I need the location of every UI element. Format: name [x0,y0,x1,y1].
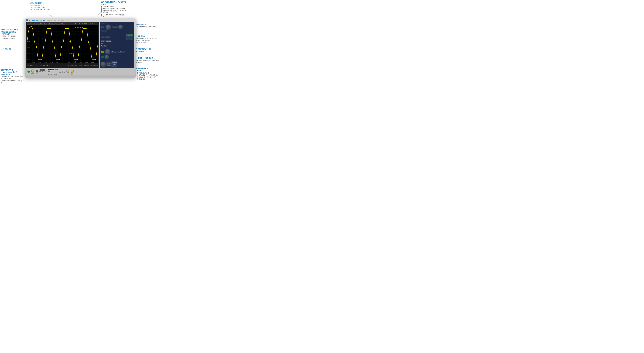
ch2-button[interactable]: Ch 2 [100,56,104,58]
probe-comp-label: Probe Comp. [40,74,45,74]
touch-lock-button[interactable]: Touch Lock [111,51,118,53]
run-status: Run [92,23,94,24]
auto-norm-button[interactable]: Auto Norm [106,40,111,42]
ann-top-center-b3: 用于直观地配置功能的工具条 [30,8,50,10]
quick-meas-button[interactable]: Quick Meas [111,62,118,63]
search-button[interactable]: Search [111,64,118,65]
oscilloscope: ROHDE & SCHWARZ RTB2002 · Digital Oscill… [25,18,136,79]
svg-text:-50 μs: -50 μs [56,62,58,63]
waveform-svg: Vp+: 332.52 mV Vp-: -312.01 mV MeanCyc: … [26,25,98,63]
ann-mso-b3: 易拆卸及安装 [136,78,160,80]
undo-button[interactable]: Undo [27,23,30,24]
print-screen-button[interactable]: Print Screen [118,51,124,53]
trigger-section-title: Trigger [100,32,134,34]
annotation-quick-meas: 快速测量：一键测量结果 在波形上直接显示当前信号的主要测量结果 [136,57,160,64]
load-setup-button[interactable]: Load Setup [37,23,43,24]
svg-text:-200 mV: -200 mV [27,53,30,54]
vertical-pos-knob[interactable] [105,49,110,54]
pattern-gen-section: Pattern Generator P0 P1 P2 P3 Probe Comp… [39,69,46,74]
ch2-bnc[interactable] [71,70,74,73]
page-container: 快速访问重要工具 分析工具的拖放使用 用于访问功能的工具栏 用于直观地配置功能的… [0,0,161,88]
cursor-button[interactable]: Cursor [106,62,110,64]
source-button[interactable]: Source [100,40,105,42]
ch2-port-section: △ Ch2 1 MΩ [71,68,74,75]
ann-quick-meas-b1: 在波形上直接显示当前信号的主要测量结果 [136,59,160,64]
ext-trigger-triangle: △ [62,70,62,72]
logic-pin [54,68,54,70]
ch2-row: Ch 2 [100,55,134,59]
ch1-spec: 1 MΩ [67,74,69,75]
ann-top-right-b4: 12 条水平网格线，可显示更多的信号细节 [101,14,127,18]
d7-label: D7 ... D0 [54,74,57,75]
save-setup-button[interactable]: Save Setup [31,23,37,24]
force-trigger-button[interactable]: Force Trigger [126,38,134,40]
scope-brand: ROHDE & SCHWARZ RTB2002 · Digital Oscill… [26,19,70,21]
fall-time-label: tf: 29.92 μs [69,53,74,54]
vpp-bot-label: Vp-: -312.01 mV [74,60,83,62]
delete-button[interactable]: Delete [62,23,65,24]
memo-button[interactable]: Memo [44,23,48,24]
aft-button[interactable]: AFT [48,23,51,24]
meas-button[interactable]: Meas [106,64,110,66]
acqu-mode-button[interactable]: Acqu Mode [100,30,107,32]
annotation-button[interactable]: Annotation [55,23,61,24]
logic-pin [48,70,49,72]
annotation-right-top: 一键式结果记录 屏幕截图记录或仪器设置记录 [136,23,160,28]
scope-controls: Horizontal Zoom Hist Menu Acqu Mode Trig… [100,22,134,72]
annotation-top-right: 支持手势操作的 10.1" 高分辨率电容触屏 支持缩放手势操作 显示区域比同类示… [101,1,127,18]
single-button[interactable]: Single [126,36,134,38]
run-stop-button[interactable]: Run Stop [126,34,134,36]
ann-startup-title: 10 秒启动时间 [1,48,22,50]
save-button[interactable]: Save [103,45,107,46]
zoom-button[interactable]: Zoom [100,26,104,28]
ch2-triangle: △ [72,68,72,70]
svg-text:0: 0 [62,62,62,63]
ch1-scale-marker: C1 [27,43,28,44]
analysis-row1: Cursor Meas Quick Meas Search FFT [100,62,134,67]
scope-screen: Undo Save Setup Load Setup Memo AFT Demo… [26,22,98,68]
logic-ch-label: Logic Channels [50,72,56,74]
ch2-port-label: Ch2 [71,73,73,74]
scope-toolbar: Undo Save Setup Load Setup Memo AFT Demo… [26,22,98,25]
ann-top-right-b3: 像素为同类示波器的九倍：1280 × 800 像素分辨率 [101,10,127,14]
svg-text:-100 mV: -100 mV [27,47,30,48]
usb-port[interactable] [36,70,38,72]
logic-pin [56,68,57,70]
ch1-button[interactable]: Ch 1 [100,51,104,53]
brand-logo-diamond [26,19,28,22]
pattern-gen-label: Pattern Generator [39,71,46,72]
ch1-bnc[interactable] [66,70,69,73]
action-cam-button[interactable]: 📷 [100,44,103,47]
trigger-row: Trigger Levels Run Stop Single Force Tri… [100,34,134,40]
annotation-color-coding: 使用颜色编码的控件显示当前通道 [136,48,160,53]
logic-pin [50,68,50,70]
logic-pin [49,70,50,72]
analysis-knob[interactable] [100,62,106,67]
demo-button[interactable]: Demo [51,23,55,24]
annotation-smartgrid: 使用 R&S®SmartGrid 技术，可轻松自定义波形显示 可配置的显示 可调… [1,28,23,39]
logic-pin [55,68,56,70]
t1-marker: T1 [96,44,98,46]
ann-smartgrid-b1: 可配置的显示 [1,33,23,35]
svg-text:-250 μs: -250 μs [32,62,35,63]
position-knob[interactable] [106,24,111,30]
aux-out-port[interactable] [31,70,34,72]
annotation-startup: 10 秒启动时间 [1,48,22,50]
analysis-section-title: Analysis [100,60,134,61]
logic-pin [57,68,58,70]
trigger-button[interactable]: Trigger [100,36,105,38]
scale-knob[interactable] [118,25,123,29]
ann-mso-b1: 16 个附加数字通道 [136,72,160,74]
ann-smartgrid-title: 使用 R&S®SmartGrid 技术，可轻松自定义波形显示 [1,28,23,33]
ext-trigger-label: Ext. Trigger In [59,72,65,73]
levels-button[interactable]: Levels [106,36,110,38]
hist-menu-button[interactable]: Hist Menu [112,26,118,28]
vertical-scale-knob[interactable] [104,55,109,59]
svg-text:-200 μs: -200 μs [38,62,41,63]
ann-quick-meas-title: 快速测量：一键测量结果 [136,57,160,59]
power-button[interactable] [28,70,30,73]
fft-button[interactable]: FFT [111,65,118,67]
vpp-label: Vpp: 644.53 mV [91,65,98,66]
ann-smartgrid-b2: 可调整大小的波形区域 [1,35,23,37]
ann-mso-b2: 对嵌入式设计的模拟和数字部分进行同步分析以及时间相关性分析 [136,74,160,78]
